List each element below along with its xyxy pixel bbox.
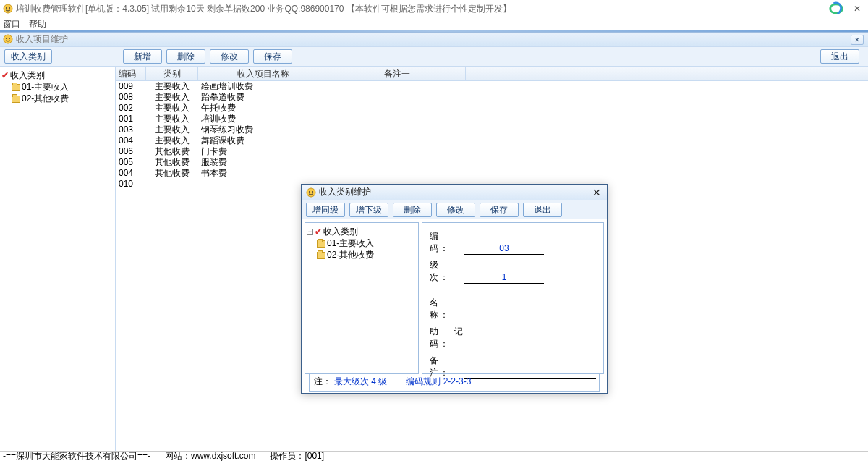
dialog-toolbar: 增同级 增下级 删除 修改 保存 退出	[302, 200, 607, 219]
minimize-button[interactable]: —	[804, 0, 826, 17]
table-row[interactable]: 005其他收费服装费	[116, 157, 868, 168]
svg-point-3	[4, 35, 12, 43]
cell-note	[328, 103, 466, 114]
table-row[interactable]: 009主要收入绘画培训收费	[116, 81, 868, 92]
cell-note	[328, 157, 466, 168]
cell-note	[328, 124, 466, 135]
menu-bar: 窗口 帮助	[0, 17, 868, 30]
main-toolbar: 收入类别 新增 删除 修改 保存 退出	[0, 46, 868, 67]
category-tab[interactable]: 收入类别	[4, 49, 52, 64]
cell-category: 主要收入	[146, 135, 198, 146]
table-row[interactable]: 006其他收费门卡费	[116, 146, 868, 157]
svg-point-5	[9, 38, 10, 39]
level-input[interactable]: 1	[464, 272, 544, 284]
cell-code: 008	[116, 92, 146, 103]
dialog-titlebar[interactable]: 收入类别维护 ✕	[302, 185, 607, 200]
cell-category: 其他收费	[146, 168, 198, 179]
folder-icon	[12, 96, 20, 103]
save-button[interactable]: 保存	[253, 49, 292, 64]
name-label: 名 称：	[430, 297, 464, 321]
dialog-delete-button[interactable]: 删除	[393, 203, 432, 217]
add-button[interactable]: 新增	[123, 49, 162, 64]
add-sub-level-button[interactable]: 增下级	[349, 203, 388, 217]
cell-note	[328, 135, 466, 146]
table-row[interactable]: 002主要收入午托收费	[116, 103, 868, 114]
child-close-button[interactable]: ✕	[851, 35, 864, 45]
svg-point-4	[6, 38, 7, 39]
folder-icon	[12, 84, 20, 91]
tree-node-label: 01-主要收入	[22, 82, 69, 92]
table-row[interactable]: 004其他收费书本费	[116, 168, 868, 179]
tree-node[interactable]: 01-主要收入	[1, 81, 114, 93]
cell-code: 009	[116, 81, 146, 92]
cell-category: 主要收入	[146, 124, 198, 135]
close-button[interactable]: ✕	[846, 0, 868, 17]
dialog-tree-root[interactable]: −✔收入类别 01-主要收入 02-其他收费	[307, 226, 417, 261]
cell-note	[328, 114, 466, 124]
table-row[interactable]: 004主要收入舞蹈课收费	[116, 135, 868, 146]
dialog-exit-button[interactable]: 退出	[523, 203, 562, 217]
cell-code: 001	[116, 114, 146, 124]
col-header-name[interactable]: 收入项目名称	[198, 67, 328, 80]
child-icon	[3, 34, 13, 44]
title-bar: 培训收费管理软件[单机版：4.3.05] 试用剩余10天 剩余单据数200 业务…	[0, 0, 868, 17]
tree-root-node[interactable]: ✔收入类别 01-主要收入 02-其他收费	[1, 69, 114, 104]
menu-help[interactable]: 帮助	[29, 18, 46, 30]
dialog-close-button[interactable]: ✕	[591, 187, 603, 198]
cell-category: 主要收入	[146, 103, 198, 114]
app-title: 培训收费管理软件[单机版：4.3.05] 试用剩余10天 剩余单据数200 业务…	[16, 3, 511, 15]
cell-category: 主要收入	[146, 81, 198, 92]
dialog-tree-root-label: 收入类别	[323, 227, 358, 237]
cell-code: 002	[116, 103, 146, 114]
dialog-tree: −✔收入类别 01-主要收入 02-其他收费	[305, 222, 419, 374]
mnemonic-input[interactable]	[464, 339, 596, 350]
category-dialog: 收入类别维护 ✕ 增同级 增下级 删除 修改 保存 退出 −✔收入类别 01-主…	[301, 184, 608, 394]
svg-point-1	[6, 7, 7, 9]
cell-category: 主要收入	[146, 92, 198, 103]
dialog-tree-node[interactable]: 02-其他收费	[307, 249, 417, 261]
col-header-note[interactable]: 备注一	[328, 67, 466, 80]
folder-icon	[317, 252, 326, 259]
tree-node[interactable]: 02-其他收费	[1, 93, 114, 104]
svg-point-7	[309, 191, 310, 193]
add-same-level-button[interactable]: 增同级	[306, 203, 345, 217]
modify-button[interactable]: 修改	[210, 49, 249, 64]
delete-button[interactable]: 删除	[166, 49, 205, 64]
table-row[interactable]: 003主要收入钢琴练习收费	[116, 124, 868, 135]
code-input[interactable]: 03	[464, 243, 544, 255]
dialog-form: 编 码： 03 级 次： 1 名 称： 助记码： 备 注：	[422, 222, 604, 374]
grid-body[interactable]: 009主要收入绘画培训收费008主要收入跆拳道收费002主要收入午托收费001主…	[116, 81, 868, 190]
cell-name: 培训收费	[198, 114, 328, 124]
col-header-category[interactable]: 类别	[146, 67, 198, 80]
name-input[interactable]	[464, 310, 596, 321]
dialog-modify-button[interactable]: 修改	[436, 203, 475, 217]
table-row[interactable]: 001主要收入培训收费	[116, 114, 868, 124]
mdi-child-header: 收入项目维护 ✕	[0, 32, 868, 46]
cell-name: 跆拳道收费	[198, 92, 328, 103]
dialog-save-button[interactable]: 保存	[480, 203, 519, 217]
grid-header: 编码 类别 收入项目名称 备注一	[116, 67, 868, 81]
status-operator: 操作员：[001]	[270, 450, 324, 461]
status-site: 网站：www.dxjsoft.com	[165, 450, 255, 461]
cell-category: 其他收费	[146, 157, 198, 168]
menu-window[interactable]: 窗口	[3, 18, 20, 30]
collapse-icon[interactable]: −	[307, 229, 313, 235]
cell-category: 主要收入	[146, 114, 198, 124]
svg-point-0	[4, 4, 12, 13]
svg-point-6	[307, 188, 315, 197]
table-row[interactable]: 008主要收入跆拳道收费	[116, 92, 868, 103]
logo-icon	[826, 0, 846, 17]
cell-name: 午托收费	[198, 103, 328, 114]
cell-note	[328, 81, 466, 92]
dialog-tree-node[interactable]: 01-主要收入	[307, 237, 417, 249]
cell-code: 010	[116, 179, 146, 190]
app-icon	[3, 4, 13, 14]
cell-name: 门卡费	[198, 146, 328, 157]
tree-root-label: 收入类别	[10, 70, 45, 80]
cell-code: 003	[116, 124, 146, 135]
folder-icon	[317, 240, 326, 248]
col-header-code[interactable]: 编码	[116, 67, 146, 80]
exit-button[interactable]: 退出	[820, 49, 859, 64]
mnemonic-label: 助记码：	[430, 326, 464, 350]
footer-code-rule: 编码规则 2-2-3-3	[406, 376, 471, 388]
